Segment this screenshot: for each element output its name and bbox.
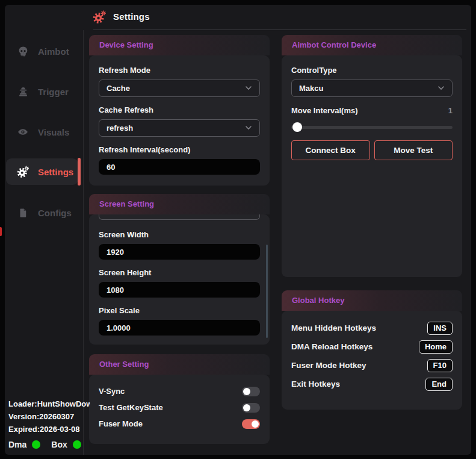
sidebar-item-label: Aimbot [38,46,69,57]
sidebar: Aimbot Trigger [5,5,83,455]
screen-height-input[interactable] [99,282,260,298]
global-hotkey-panel: Global Hotkey Menu Hidden Hotkeys INS DM… [282,290,462,410]
clipped-scrolled-field [99,214,260,220]
fuser-mode-row: Fuser Mode [99,416,260,432]
panel-title: Device Setting [89,35,270,55]
exit-hotkey-keycap[interactable]: End [425,378,453,391]
pixel-scale-input[interactable] [99,320,260,336]
menu-hidden-hotkey-keycap[interactable]: INS [427,322,453,335]
move-interval-slider[interactable] [291,122,453,132]
slider-thumb[interactable] [292,122,302,132]
menu-hidden-hotkey-label: Menu Hidden Hotkeys [291,323,376,333]
chevron-down-icon [437,83,445,94]
connect-box-button[interactable]: Connect Box [291,140,370,160]
active-item-indicator [78,158,81,186]
exit-hotkey-row: Exit Hotkeys End [291,375,453,393]
slider-track [291,126,453,129]
cache-refresh-select[interactable]: refresh [99,119,260,137]
fuser-mode-label: Fuser Mode [99,419,143,428]
sidebar-item-visuals[interactable]: Visuals [6,119,78,145]
dma-status-label: Dma [8,440,26,449]
sidebar-divider [83,30,84,455]
window-edge-marker [0,227,2,236]
sidebar-item-label: Settings [38,167,73,177]
device-setting-panel: Device Setting Refresh Mode Cache Cache … [89,35,270,186]
panel-title: Screen Setting [89,194,270,214]
menu-hidden-hotkey-row: Menu Hidden Hotkeys INS [291,319,453,337]
app-window: Settings Aimbot [5,5,471,455]
dma-reload-hotkey-keycap[interactable]: Home [419,340,453,354]
test-getkeystate-label: Test GetKeyState [99,403,163,412]
sidebar-item-trigger[interactable]: Trigger [6,78,78,105]
chevron-down-icon [245,83,252,94]
dma-reload-hotkey-label: DMA Reload Hotkeys [291,342,372,351]
move-interval-row: Move Interval(ms) 1 [291,106,453,115]
panel-scrollbar[interactable] [266,245,268,338]
loader-label: Loader:HuntShowDown [8,398,90,410]
aimbot-control-panel: Aimbot Control Device ControlType Makcu … [282,35,462,277]
cache-refresh-label: Cache Refresh [99,105,260,114]
sidebar-item-configs[interactable]: Configs [6,199,78,226]
sidebar-item-label: Trigger [38,87,69,97]
fuser-mode-hotkey-row: Fuser Mode Hotkey F10 [291,356,453,375]
chevron-down-icon [245,123,252,134]
other-setting-panel: Other Setting V-Sync Test GetKeyState Fu… [89,354,270,444]
control-type-select[interactable]: Makcu [291,80,453,97]
screen-width-label: Screen Width [99,230,260,239]
sidebar-item-aimbot[interactable]: Aimbot [6,38,78,64]
screen-width-input[interactable] [99,244,260,260]
panel-title: Other Setting [89,354,270,375]
dma-reload-hotkey-row: DMA Reload Hotkeys Home [291,337,453,356]
vsync-label: V-Sync [99,387,125,396]
panel-title: Aimbot Control Device [282,35,462,55]
refresh-interval-label: Refresh Interval(second) [99,145,260,154]
status-row: Dma Box [8,440,90,449]
control-type-label: ControlType [291,66,453,75]
spy-icon [16,86,30,98]
sidebar-item-settings[interactable]: Settings [6,158,78,185]
refresh-interval-input[interactable] [99,159,260,175]
panel-title: Global Hotkey [282,290,462,311]
move-interval-value: 1 [448,106,453,115]
gear-icon [16,166,30,178]
pixel-scale-label: Pixel Scale [99,306,260,315]
skull-icon [16,46,30,57]
header-divider [93,30,466,30]
settings-gear-icon [93,10,107,27]
move-interval-label: Move Interval(ms) [291,106,358,115]
screen-height-label: Screen Height [99,268,260,277]
box-status-dot [73,440,81,449]
refresh-mode-select[interactable]: Cache [99,80,260,97]
page-title: Settings [113,11,150,22]
eye-icon [16,126,30,138]
expired-label: Expired:2026-03-08 [8,423,90,436]
dma-status-dot [32,440,40,449]
exit-hotkey-label: Exit Hotkeys [291,379,340,389]
move-test-button[interactable]: Move Test [374,140,453,160]
box-status-label: Box [51,440,67,449]
test-getkeystate-row: Test GetKeyState [99,399,260,416]
vsync-row: V-Sync [99,383,260,399]
version-label: Version:20260307 [8,410,90,423]
vsync-toggle[interactable] [242,387,260,396]
fuser-mode-hotkey-label: Fuser Mode Hotkey [291,361,366,370]
refresh-mode-label: Refresh Mode [99,66,260,75]
footer-info: Loader:HuntShowDown Version:20260307 Exp… [8,398,90,449]
screen-setting-panel: Screen Setting Screen Width Screen Heigh… [89,194,270,345]
test-getkeystate-toggle[interactable] [242,403,260,413]
fuser-mode-toggle[interactable] [242,419,260,429]
sidebar-item-label: Configs [38,208,72,218]
sidebar-item-label: Visuals [38,127,69,137]
file-icon [16,207,30,219]
fuser-mode-hotkey-keycap[interactable]: F10 [427,359,453,372]
